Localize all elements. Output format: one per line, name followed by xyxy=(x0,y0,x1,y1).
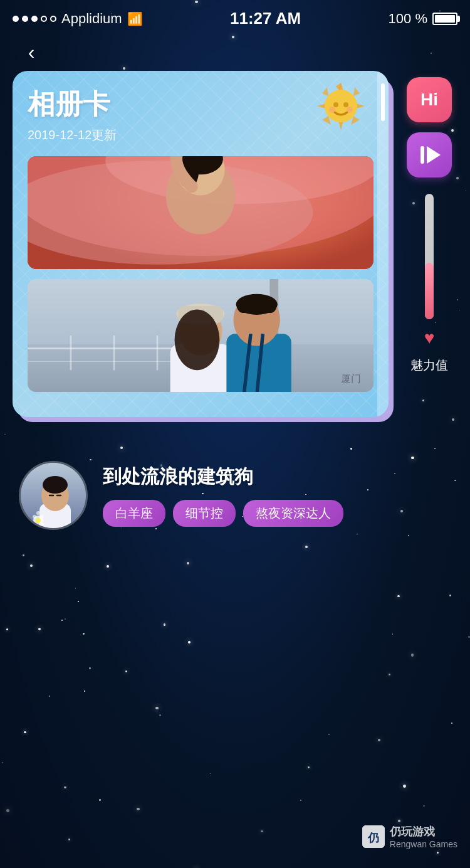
watermark-icon: 仍 xyxy=(362,825,385,848)
star xyxy=(308,766,310,768)
star xyxy=(378,739,380,741)
svg-point-35 xyxy=(175,310,220,371)
scroll-indicator xyxy=(377,71,389,417)
photo2-svg xyxy=(28,279,373,392)
tag-detail[interactable]: 细节控 xyxy=(173,500,236,527)
watermark: 仍 仍玩游戏 Rengwan Games xyxy=(362,824,457,849)
star xyxy=(65,618,65,619)
watermark-sub: Rengwan Games xyxy=(390,839,457,849)
battery-fill xyxy=(435,15,455,23)
right-sidebar: Hi ♥ 魅力值 xyxy=(401,71,457,374)
status-right: 100 % xyxy=(389,11,457,27)
star xyxy=(452,418,455,421)
user-avatar[interactable] xyxy=(19,461,88,530)
star xyxy=(437,852,439,854)
star xyxy=(210,773,211,774)
album-card[interactable]: 相册卡 2019-12-12更新 xyxy=(13,71,389,417)
dot2 xyxy=(22,16,28,22)
star xyxy=(78,601,79,602)
star xyxy=(89,667,91,669)
star xyxy=(451,722,452,724)
hi-label: Hi xyxy=(420,90,438,110)
star xyxy=(83,633,85,635)
star xyxy=(357,534,358,535)
back-button[interactable]: ‹ xyxy=(19,40,44,65)
user-info: 到处流浪的建筑狗 白羊座 细节控 熬夜资深达人 xyxy=(103,464,451,527)
star xyxy=(188,641,191,643)
charm-slider-container: ♥ 魅力值 xyxy=(410,194,448,374)
star xyxy=(23,554,24,556)
charm-label: 魅力值 xyxy=(410,357,448,374)
signal-dots xyxy=(13,16,56,22)
watermark-brand: 仍玩游戏 xyxy=(390,824,457,839)
photo1-container[interactable] xyxy=(28,156,373,269)
star xyxy=(159,714,161,716)
photo2-label: 厦门 xyxy=(341,373,361,386)
play-triangle xyxy=(427,146,441,164)
star xyxy=(61,620,63,621)
star xyxy=(2,762,3,763)
star xyxy=(398,820,400,822)
star xyxy=(155,707,158,709)
dot5 xyxy=(50,16,56,22)
play-icon xyxy=(418,146,441,164)
card-title: 相册卡 xyxy=(28,86,373,123)
star xyxy=(411,654,414,657)
charm-slider-fill xyxy=(425,263,434,319)
star xyxy=(261,830,263,832)
avatar-photo xyxy=(21,463,86,528)
user-section: 到处流浪的建筑狗 白羊座 细节控 熬夜资深达人 xyxy=(0,442,470,530)
svg-point-49 xyxy=(36,511,40,515)
svg-point-51 xyxy=(40,515,44,519)
star xyxy=(305,546,308,548)
star xyxy=(84,691,85,692)
status-bar: Applidium 📶 11:27 AM 100 % xyxy=(0,0,470,33)
wifi-icon: 📶 xyxy=(127,11,143,26)
hi-button[interactable]: Hi xyxy=(407,77,452,122)
star xyxy=(431,53,432,54)
photo1-svg xyxy=(28,156,373,269)
photo2-container[interactable]: 厦门 xyxy=(28,279,373,392)
star xyxy=(137,808,139,810)
star xyxy=(75,588,76,588)
main-content: 相册卡 2019-12-12更新 xyxy=(0,71,470,417)
star xyxy=(403,785,406,788)
svg-point-53 xyxy=(40,522,44,526)
svg-point-52 xyxy=(33,522,36,526)
charm-slider-track[interactable] xyxy=(425,194,434,319)
star xyxy=(187,562,189,564)
star xyxy=(164,623,166,626)
star xyxy=(328,734,330,735)
tag-zodiac[interactable]: 白羊座 xyxy=(103,500,165,527)
tag-night[interactable]: 熬夜资深达人 xyxy=(243,500,343,527)
svg-point-55 xyxy=(36,518,41,523)
watermark-logo-svg: 仍 xyxy=(362,825,385,848)
play-bar-left xyxy=(420,146,424,164)
carrier-name: Applidium xyxy=(61,11,122,27)
star xyxy=(123,67,125,70)
watermark-text-block: 仍玩游戏 Rengwan Games xyxy=(390,824,457,849)
star xyxy=(107,565,109,568)
svg-text:仍: 仍 xyxy=(367,832,379,844)
status-left: Applidium 📶 xyxy=(13,11,143,27)
svg-rect-39 xyxy=(237,299,276,313)
star xyxy=(449,595,451,596)
battery-indicator xyxy=(432,13,457,25)
play-button[interactable] xyxy=(407,132,452,177)
album-card-wrapper: 相册卡 2019-12-12更新 xyxy=(13,71,389,417)
card-date: 2019-12-12更新 xyxy=(28,127,373,144)
star xyxy=(232,36,234,38)
photo1-art xyxy=(28,156,373,269)
back-arrow-icon: ‹ xyxy=(28,42,35,62)
star xyxy=(423,805,424,807)
scroll-thumb xyxy=(381,83,385,121)
heart-shape: ♥ xyxy=(424,328,435,348)
status-time: 11:27 AM xyxy=(230,9,301,28)
star xyxy=(6,809,9,812)
svg-point-45 xyxy=(43,476,68,494)
star xyxy=(389,674,390,675)
dot1 xyxy=(13,16,19,22)
star xyxy=(24,731,26,734)
dot4 xyxy=(41,16,47,22)
user-name: 到处流浪的建筑狗 xyxy=(103,464,451,490)
